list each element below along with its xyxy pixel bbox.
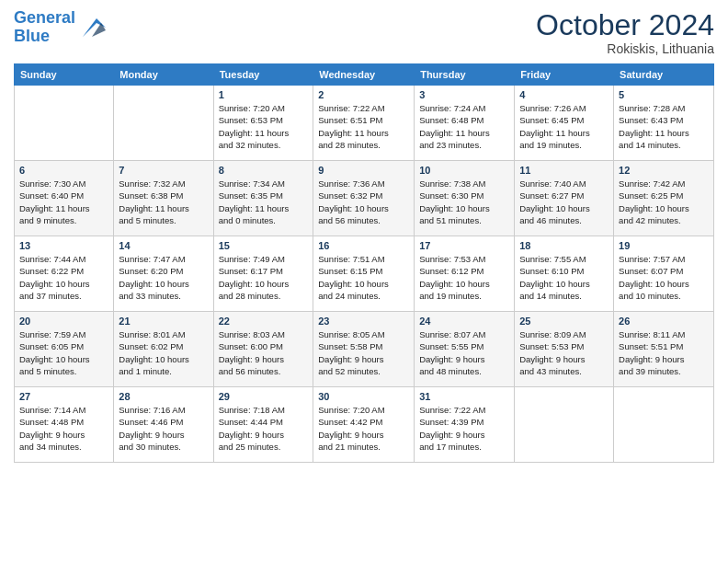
day-cell: 3Sunrise: 7:24 AM Sunset: 6:48 PM Daylig…	[415, 86, 515, 161]
day-info: Sunrise: 8:05 AM Sunset: 5:58 PM Dayligh…	[318, 329, 384, 376]
day-number: 29	[219, 391, 309, 402]
day-number: 3	[419, 89, 509, 100]
day-cell: 25Sunrise: 8:09 AM Sunset: 5:53 PM Dayli…	[515, 312, 614, 387]
day-number: 26	[619, 316, 709, 327]
day-info: Sunrise: 7:34 AM Sunset: 6:35 PM Dayligh…	[219, 178, 290, 225]
weekday-thursday: Thursday	[415, 64, 515, 86]
logo-icon	[78, 14, 106, 41]
day-info: Sunrise: 7:40 AM Sunset: 6:27 PM Dayligh…	[519, 178, 590, 225]
day-number: 21	[119, 316, 208, 327]
weekday-saturday: Saturday	[614, 64, 714, 86]
day-info: Sunrise: 7:42 AM Sunset: 6:25 PM Dayligh…	[619, 178, 689, 225]
day-cell	[15, 86, 114, 161]
day-number: 22	[219, 316, 309, 327]
day-number: 1	[219, 89, 309, 100]
day-info: Sunrise: 7:22 AM Sunset: 6:51 PM Dayligh…	[318, 103, 389, 150]
week-row-5: 27Sunrise: 7:14 AM Sunset: 4:48 PM Dayli…	[15, 387, 714, 463]
day-cell: 31Sunrise: 7:22 AM Sunset: 4:39 PM Dayli…	[415, 387, 515, 463]
day-number: 14	[119, 240, 208, 251]
calendar-table: SundayMondayTuesdayWednesdayThursdayFrid…	[14, 63, 714, 463]
day-cell: 10Sunrise: 7:38 AM Sunset: 6:30 PM Dayli…	[415, 161, 515, 236]
weekday-wednesday: Wednesday	[313, 64, 415, 86]
day-cell: 26Sunrise: 8:11 AM Sunset: 5:51 PM Dayli…	[614, 312, 714, 387]
day-cell: 17Sunrise: 7:53 AM Sunset: 6:12 PM Dayli…	[415, 236, 515, 312]
day-info: Sunrise: 7:30 AM Sunset: 6:40 PM Dayligh…	[19, 178, 90, 225]
logo: General Blue	[14, 9, 106, 46]
day-info: Sunrise: 7:14 AM Sunset: 4:48 PM Dayligh…	[19, 405, 85, 452]
day-cell: 28Sunrise: 7:16 AM Sunset: 4:46 PM Dayli…	[114, 387, 213, 463]
day-info: Sunrise: 8:09 AM Sunset: 5:53 PM Dayligh…	[519, 329, 586, 376]
day-number: 25	[519, 316, 609, 327]
day-cell: 23Sunrise: 8:05 AM Sunset: 5:58 PM Dayli…	[313, 312, 415, 387]
week-row-2: 6Sunrise: 7:30 AM Sunset: 6:40 PM Daylig…	[15, 161, 714, 236]
day-cell: 2Sunrise: 7:22 AM Sunset: 6:51 PM Daylig…	[313, 86, 415, 161]
day-number: 15	[219, 240, 309, 251]
day-cell: 7Sunrise: 7:32 AM Sunset: 6:38 PM Daylig…	[114, 161, 213, 236]
day-cell	[614, 387, 714, 463]
day-cell: 21Sunrise: 8:01 AM Sunset: 6:02 PM Dayli…	[114, 312, 213, 387]
day-cell: 20Sunrise: 7:59 AM Sunset: 6:05 PM Dayli…	[15, 312, 114, 387]
day-info: Sunrise: 7:26 AM Sunset: 6:45 PM Dayligh…	[519, 103, 590, 150]
day-cell: 4Sunrise: 7:26 AM Sunset: 6:45 PM Daylig…	[515, 86, 614, 161]
day-info: Sunrise: 7:20 AM Sunset: 6:53 PM Dayligh…	[219, 103, 290, 150]
day-number: 11	[519, 165, 609, 176]
day-cell: 1Sunrise: 7:20 AM Sunset: 6:53 PM Daylig…	[213, 86, 313, 161]
day-number: 9	[318, 165, 409, 176]
day-cell	[114, 86, 213, 161]
day-number: 13	[19, 240, 108, 251]
day-info: Sunrise: 7:20 AM Sunset: 4:42 PM Dayligh…	[318, 405, 384, 452]
day-cell: 19Sunrise: 7:57 AM Sunset: 6:07 PM Dayli…	[614, 236, 714, 312]
day-number: 6	[19, 165, 108, 176]
day-cell: 9Sunrise: 7:36 AM Sunset: 6:32 PM Daylig…	[313, 161, 415, 236]
day-number: 16	[318, 240, 409, 251]
day-info: Sunrise: 7:38 AM Sunset: 6:30 PM Dayligh…	[419, 178, 490, 225]
weekday-monday: Monday	[114, 64, 213, 86]
day-number: 7	[119, 165, 208, 176]
page-container: General Blue October 2024 Rokiskis, Lith…	[0, 0, 728, 472]
day-number: 23	[318, 316, 409, 327]
day-info: Sunrise: 7:51 AM Sunset: 6:15 PM Dayligh…	[318, 254, 389, 301]
day-cell: 29Sunrise: 7:18 AM Sunset: 4:44 PM Dayli…	[213, 387, 313, 463]
day-info: Sunrise: 7:53 AM Sunset: 6:12 PM Dayligh…	[419, 254, 490, 301]
day-cell: 5Sunrise: 7:28 AM Sunset: 6:43 PM Daylig…	[614, 86, 714, 161]
day-info: Sunrise: 7:28 AM Sunset: 6:43 PM Dayligh…	[619, 103, 689, 150]
week-row-3: 13Sunrise: 7:44 AM Sunset: 6:22 PM Dayli…	[15, 236, 714, 312]
day-info: Sunrise: 8:03 AM Sunset: 6:00 PM Dayligh…	[219, 329, 285, 376]
title-block: October 2024 Rokiskis, Lithuania	[536, 9, 714, 56]
day-info: Sunrise: 7:16 AM Sunset: 4:46 PM Dayligh…	[119, 405, 185, 452]
header: General Blue October 2024 Rokiskis, Lith…	[14, 9, 714, 56]
day-cell: 6Sunrise: 7:30 AM Sunset: 6:40 PM Daylig…	[15, 161, 114, 236]
month-title: October 2024	[536, 9, 714, 41]
week-row-4: 20Sunrise: 7:59 AM Sunset: 6:05 PM Dayli…	[15, 312, 714, 387]
day-cell: 15Sunrise: 7:49 AM Sunset: 6:17 PM Dayli…	[213, 236, 313, 312]
day-cell: 16Sunrise: 7:51 AM Sunset: 6:15 PM Dayli…	[313, 236, 415, 312]
day-info: Sunrise: 7:44 AM Sunset: 6:22 PM Dayligh…	[19, 254, 90, 301]
day-cell: 11Sunrise: 7:40 AM Sunset: 6:27 PM Dayli…	[515, 161, 614, 236]
day-cell: 8Sunrise: 7:34 AM Sunset: 6:35 PM Daylig…	[213, 161, 313, 236]
day-info: Sunrise: 7:47 AM Sunset: 6:20 PM Dayligh…	[119, 254, 189, 301]
day-info: Sunrise: 7:22 AM Sunset: 4:39 PM Dayligh…	[419, 405, 485, 452]
day-number: 12	[619, 165, 709, 176]
day-cell: 13Sunrise: 7:44 AM Sunset: 6:22 PM Dayli…	[15, 236, 114, 312]
day-number: 10	[419, 165, 509, 176]
day-info: Sunrise: 7:18 AM Sunset: 4:44 PM Dayligh…	[219, 405, 285, 452]
day-number: 18	[519, 240, 609, 251]
day-info: Sunrise: 7:55 AM Sunset: 6:10 PM Dayligh…	[519, 254, 590, 301]
day-cell	[515, 387, 614, 463]
day-number: 28	[119, 391, 208, 402]
day-cell: 24Sunrise: 8:07 AM Sunset: 5:55 PM Dayli…	[415, 312, 515, 387]
week-row-1: 1Sunrise: 7:20 AM Sunset: 6:53 PM Daylig…	[15, 86, 714, 161]
logo-text: General Blue	[14, 9, 75, 46]
day-cell: 22Sunrise: 8:03 AM Sunset: 6:00 PM Dayli…	[213, 312, 313, 387]
day-number: 19	[619, 240, 709, 251]
weekday-header-row: SundayMondayTuesdayWednesdayThursdayFrid…	[15, 64, 714, 86]
location: Rokiskis, Lithuania	[536, 41, 714, 56]
day-cell: 12Sunrise: 7:42 AM Sunset: 6:25 PM Dayli…	[614, 161, 714, 236]
day-cell: 30Sunrise: 7:20 AM Sunset: 4:42 PM Dayli…	[313, 387, 415, 463]
day-info: Sunrise: 7:36 AM Sunset: 6:32 PM Dayligh…	[318, 178, 389, 225]
day-cell: 14Sunrise: 7:47 AM Sunset: 6:20 PM Dayli…	[114, 236, 213, 312]
weekday-sunday: Sunday	[15, 64, 114, 86]
day-cell: 27Sunrise: 7:14 AM Sunset: 4:48 PM Dayli…	[15, 387, 114, 463]
day-info: Sunrise: 8:01 AM Sunset: 6:02 PM Dayligh…	[119, 329, 189, 376]
day-number: 2	[318, 89, 409, 100]
